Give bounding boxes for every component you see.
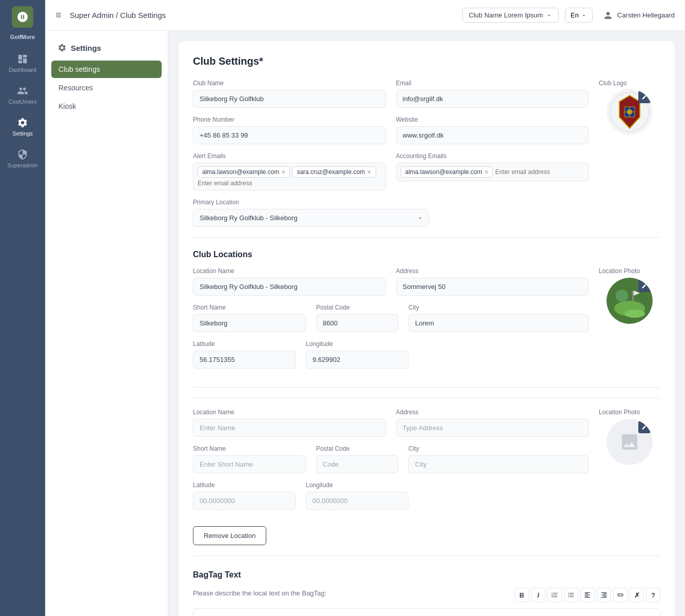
loc2-photo	[606, 419, 653, 465]
loc1-photo	[606, 278, 653, 324]
alert-email-tag-1-remove[interactable]: ×	[281, 168, 285, 176]
loc2-photo-section: Location Photo	[599, 409, 660, 518]
loc1-name-input[interactable]	[193, 278, 386, 296]
bagtag-desc: Please describe the local text on the Ba…	[193, 589, 326, 597]
sidebar-item-superadmin[interactable]: Superadmin	[3, 144, 42, 174]
alert-email-text-input[interactable]	[198, 180, 275, 187]
breadcrumb: Super Admin / Club Settings	[70, 11, 456, 20]
loc2-short-name-input[interactable]	[193, 455, 306, 473]
sidebar-item-costumers[interactable]: CostUmers	[3, 80, 42, 110]
club-selector[interactable]: Club Name Lorem Ipsum	[462, 8, 559, 23]
svg-point-6	[616, 290, 628, 302]
loc1-postal-label: Postal Code	[316, 304, 398, 311]
loc2-lat-label: Latitude	[193, 482, 296, 489]
card-title: Club Settings*	[193, 55, 660, 67]
club-logo-edit-button[interactable]	[638, 91, 651, 103]
loc2-city-input[interactable]	[408, 455, 589, 473]
phone-input[interactable]	[193, 126, 386, 144]
loc1-short-name-input[interactable]	[193, 314, 306, 332]
bagtag-editor[interactable]: Amet minim mollit non deserunt ullamco e…	[193, 608, 660, 616]
club-logo-section: Club Logo	[599, 80, 660, 135]
loc2-lat-input[interactable]	[193, 492, 296, 510]
toolbar-bold[interactable]: B	[515, 588, 529, 602]
loc1-city-label: City	[408, 304, 589, 311]
website-label: Website	[396, 116, 589, 123]
alert-emails-input[interactable]: alma.lawson@example.com × sara.cruz@exam…	[193, 163, 386, 190]
club-locations-title: Club Locations	[193, 250, 660, 259]
loc1-address-input[interactable]	[396, 278, 589, 296]
language-selector[interactable]: En	[565, 8, 593, 23]
loc1-address-label: Address	[396, 267, 589, 275]
sidebar: GolfMore Dashboard CostUmers Settings Su…	[0, 0, 45, 616]
loc2-name-input[interactable]	[193, 419, 386, 437]
toolbar-ul[interactable]	[564, 588, 578, 602]
toolbar-link[interactable]	[613, 588, 628, 602]
loc1-short-name-label: Short Name	[193, 304, 306, 311]
location-block-1: Location Name Address Short	[193, 267, 660, 388]
toolbar-ol[interactable]	[547, 588, 562, 602]
left-nav-resources[interactable]: Resources	[51, 79, 162, 97]
lang-label: En	[571, 11, 579, 19]
toolbar-italic[interactable]: I	[531, 588, 545, 602]
bagtag-section: BagTag Text Please describe the local te…	[193, 570, 660, 616]
alert-email-tag-1: alma.lawson@example.com ×	[198, 166, 290, 178]
club-name-label: Club Name	[193, 80, 386, 87]
sidebar-item-superadmin-label: Superadmin	[7, 162, 37, 168]
menu-icon[interactable]: ≡	[55, 9, 62, 21]
svg-point-3	[627, 109, 632, 114]
toolbar-clear[interactable]: ✗	[630, 588, 644, 602]
accounting-email-text-input[interactable]	[495, 168, 572, 176]
loc1-lng-label: Longitude	[306, 340, 408, 348]
loc2-short-name-label: Short Name	[193, 445, 306, 452]
loc1-lng-input[interactable]	[306, 351, 408, 369]
sidebar-item-settings[interactable]: Settings	[3, 112, 42, 142]
club-logo-label: Club Logo	[599, 80, 627, 87]
accounting-emails-input[interactable]: alma.lawson@example.com ×	[396, 163, 589, 181]
loc1-postal-input[interactable]	[316, 314, 398, 332]
loc1-photo-edit-button[interactable]	[638, 280, 651, 292]
phone-label: Phone Number	[193, 116, 386, 123]
club-selector-label: Club Name Lorem Ipsum	[469, 11, 543, 19]
sidebar-item-settings-label: Settings	[12, 130, 33, 137]
loc2-lng-input[interactable]	[306, 492, 408, 510]
loc1-lat-label: Latitude	[193, 340, 296, 348]
left-nav-kiosk[interactable]: Kiosk	[51, 98, 162, 115]
loc1-lat-input[interactable]	[193, 351, 296, 369]
app-name: GolfMore	[10, 34, 35, 40]
primary-location-select[interactable]: Silkeborg Ry Golfklub - Silkeborg	[193, 209, 429, 227]
toolbar-align-right[interactable]	[597, 588, 611, 602]
loc1-photo-label: Location Photo	[599, 267, 640, 275]
alert-email-tag-2-remove[interactable]: ×	[367, 168, 371, 176]
email-input[interactable]	[396, 90, 589, 108]
user-name: Carsten Hellegaard	[617, 11, 675, 19]
left-nav-section-title: Settings	[71, 44, 101, 52]
loc1-city-input[interactable]	[408, 314, 589, 332]
website-input[interactable]	[396, 126, 589, 144]
loc2-address-input[interactable]	[396, 419, 589, 437]
club-name-input[interactable]	[193, 90, 386, 108]
sidebar-item-dashboard-label: Dashboard	[9, 67, 36, 73]
topbar: ≡ Super Admin / Club Settings Club Name …	[45, 0, 685, 31]
app-logo[interactable]	[12, 6, 33, 28]
loc2-photo-edit-button[interactable]	[638, 421, 651, 433]
alert-emails-label: Alert Emails	[193, 152, 386, 160]
loc2-name-label: Location Name	[193, 409, 386, 416]
accounting-email-tag-1-remove[interactable]: ×	[484, 168, 488, 176]
accounting-emails-label: Accounting Emails	[396, 152, 589, 160]
left-nav-club-settings[interactable]: Club settings	[51, 61, 162, 78]
svg-point-9	[624, 310, 645, 318]
club-logo-image	[606, 89, 653, 135]
user-menu[interactable]: Carsten Hellegaard	[603, 10, 675, 21]
primary-location-label: Primary Location	[193, 199, 429, 206]
toolbar-help[interactable]: ?	[646, 588, 660, 602]
settings-card: Club Settings* Club Name Email	[179, 41, 675, 616]
sidebar-item-costumers-label: CostUmers	[8, 99, 36, 105]
alert-email-tag-2: sara.cruz@example.com ×	[292, 166, 376, 178]
sidebar-item-dashboard[interactable]: Dashboard	[3, 48, 42, 78]
loc2-city-label: City	[408, 445, 589, 452]
toolbar-align-left[interactable]	[580, 588, 595, 602]
location-block-2: Location Name Address Short	[193, 409, 660, 556]
loc2-address-label: Address	[396, 409, 589, 416]
remove-location-button[interactable]: Remove Location	[193, 526, 266, 545]
loc2-postal-input[interactable]	[316, 455, 398, 473]
